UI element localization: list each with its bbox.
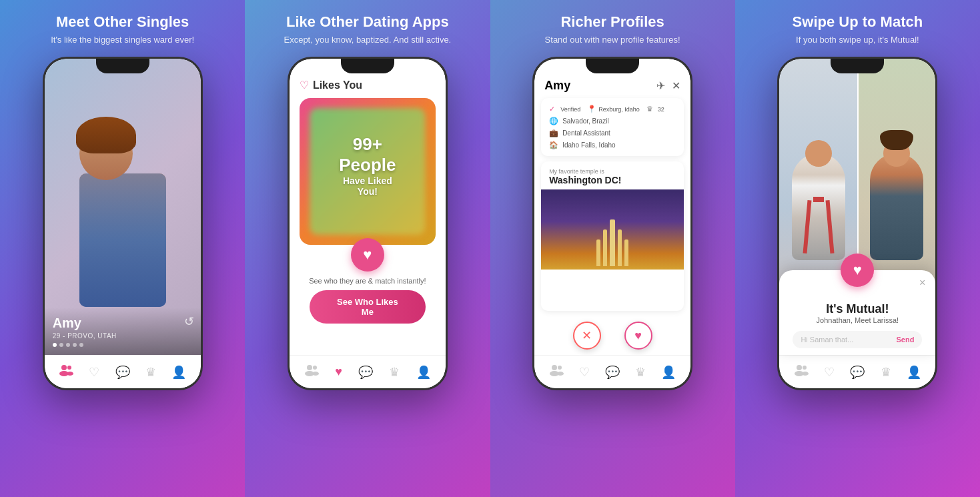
nav-chat-icon-4[interactable]: 💬 <box>850 365 865 380</box>
nav-people-icon[interactable] <box>59 364 73 380</box>
svg-point-4 <box>307 365 312 370</box>
nav-chat-icon[interactable]: 💬 <box>115 365 130 380</box>
match-photos: ♥ × It's Mutual! Johnathan, Meet Larissa… <box>779 59 935 355</box>
phone-4-screen: ♥ × It's Mutual! Johnathan, Meet Larissa… <box>779 59 935 388</box>
suspender-left <box>803 200 811 254</box>
likes-description: See who they are & match instantly! <box>309 277 426 285</box>
location-pin-icon: 📍 <box>587 105 596 113</box>
profile-info-card: ✓ Verified 📍 Rexburg, Idaho ♛ 32 <box>541 98 684 156</box>
profile-top-bar: Amy ✈ ✕ <box>534 59 690 98</box>
bottom-nav-4: ♡ 💬 ♛ 👤 <box>779 355 935 388</box>
occupation-row: 💼 Dental Assistant <box>549 129 676 137</box>
nav-crown-icon-3[interactable]: ♛ <box>635 365 646 380</box>
dot-5 <box>79 343 83 347</box>
crown-icon: ♛ <box>646 105 656 113</box>
phone-2-screen: ♡ Likes You 99+ People Have Liked You! ♥… <box>290 59 446 388</box>
profile-top-actions: ✈ ✕ <box>656 79 680 92</box>
panel-2-title: Like Other Dating Apps <box>286 13 449 31</box>
message-placeholder[interactable]: Hi Saman that... <box>801 336 891 344</box>
panel-4-subtitle: If you both swipe up, it's Mutual! <box>796 35 919 45</box>
likes-header: ♡ Likes You <box>290 59 446 98</box>
age-badge: ♛ 32 <box>646 105 664 113</box>
bow-tie <box>813 197 824 202</box>
message-input-row: Hi Saman that... Send <box>793 331 922 348</box>
svg-point-10 <box>558 366 562 370</box>
panel-meet-singles: Meet Other Singles It's like the biggest… <box>0 0 245 497</box>
bottom-nav-3: ♡ 💬 ♛ 👤 <box>534 355 690 388</box>
phone-2: ♡ Likes You 99+ People Have Liked You! ♥… <box>288 57 448 390</box>
verified-icon: ✓ <box>549 105 558 113</box>
nav-person-icon[interactable]: 👤 <box>171 365 186 380</box>
mutual-subtitle: Johnathan, Meet Larissa! <box>793 316 922 324</box>
svg-point-3 <box>67 372 73 376</box>
svg-point-6 <box>313 366 317 370</box>
nav-person-icon-2[interactable]: 👤 <box>416 365 431 380</box>
location2-row: 🌐 Salvador, Brazil <box>549 117 676 125</box>
see-who-likes-button[interactable]: See Who Likes Me <box>310 290 425 324</box>
temple-image <box>541 189 684 270</box>
send-icon[interactable]: ✈ <box>656 79 665 92</box>
likes-count: 99+ People <box>334 134 402 175</box>
mutual-close-button[interactable]: × <box>919 277 925 289</box>
profile-badges-row: ✓ Verified 📍 Rexburg, Idaho ♛ 32 <box>549 105 676 113</box>
briefcase-icon: 💼 <box>549 129 558 137</box>
nav-crown-icon-2[interactable]: ♛ <box>389 365 400 380</box>
nav-person-icon-4[interactable]: 👤 <box>907 365 921 380</box>
panel-likes: Like Other Dating Apps Except, you know,… <box>245 0 490 497</box>
profile-dots <box>53 343 193 347</box>
nav-heart-icon-3[interactable]: ♡ <box>579 365 590 380</box>
man-head <box>805 140 832 167</box>
mutual-heart-button[interactable]: ♥ <box>841 254 874 287</box>
nav-crown-icon-4[interactable]: ♛ <box>881 365 891 380</box>
close-icon[interactable]: ✕ <box>672 79 680 92</box>
mutual-popup: ♥ × It's Mutual! Johnathan, Meet Larissa… <box>779 270 935 355</box>
svg-point-11 <box>557 372 564 376</box>
svg-point-7 <box>312 372 319 376</box>
dot-4 <box>73 343 77 347</box>
profile-card: ↺ Amy 29 - PROVO, UTAH <box>45 59 201 355</box>
man-figure <box>792 153 845 260</box>
bottom-nav-2: ♥ 💬 ♛ 👤 <box>290 355 446 388</box>
action-buttons-row: ✕ ♥ <box>534 316 690 355</box>
nav-heart-icon-2[interactable]: ♥ <box>335 365 342 379</box>
location-badge: 📍 Rexburg, Idaho <box>587 105 640 113</box>
home-icon: 🏠 <box>549 141 558 149</box>
profile-overlay: ↺ Amy 29 - PROVO, UTAH <box>45 308 201 355</box>
send-button[interactable]: Send <box>896 336 914 344</box>
likes-heart-icon: ♡ <box>300 79 309 91</box>
nav-crown-icon[interactable]: ♛ <box>145 365 156 380</box>
globe-icon: 🌐 <box>549 117 558 125</box>
like-button[interactable]: ♥ <box>624 322 652 350</box>
bottom-nav-1: ♡ 💬 ♛ 👤 <box>45 355 201 388</box>
nav-people-icon-3[interactable] <box>549 364 564 380</box>
panel-3-title: Richer Profiles <box>560 13 664 31</box>
likes-count-overlay: 99+ People Have Liked You! <box>334 134 402 197</box>
heart-circle-button[interactable]: ♥ <box>351 238 384 272</box>
nav-people-icon-4[interactable] <box>794 364 809 380</box>
nav-person-icon-3[interactable]: 👤 <box>661 365 676 380</box>
profile-top-name: Amy <box>544 79 570 93</box>
profile-name: Amy <box>53 316 193 331</box>
undo-button[interactable]: ↺ <box>184 314 194 329</box>
nav-chat-icon-3[interactable]: 💬 <box>605 365 620 380</box>
nav-heart-icon[interactable]: ♡ <box>89 365 99 380</box>
phone-1: ↺ Amy 29 - PROVO, UTAH <box>43 57 203 390</box>
phone-1-screen: ↺ Amy 29 - PROVO, UTAH <box>45 59 201 388</box>
svg-point-15 <box>802 372 809 376</box>
dot-1 <box>53 343 57 347</box>
profile-age-location: 29 - PROVO, UTAH <box>53 332 193 340</box>
reject-button[interactable]: ✕ <box>573 322 601 350</box>
svg-point-8 <box>552 365 557 370</box>
nav-heart-icon-4[interactable]: ♡ <box>824 365 835 380</box>
likes-header-text: Likes You <box>313 79 362 91</box>
phone-4: ♥ × It's Mutual! Johnathan, Meet Larissa… <box>777 57 937 390</box>
svg-point-2 <box>67 366 71 370</box>
nav-chat-icon-2[interactable]: 💬 <box>358 365 373 380</box>
woman-hair <box>880 130 913 150</box>
match-screen: ♥ × It's Mutual! Johnathan, Meet Larissa… <box>779 59 935 388</box>
nav-people-icon-2[interactable] <box>304 364 319 380</box>
mutual-title: It's Mutual! <box>793 302 922 316</box>
panel-2-subtitle: Except, you know, baptized. And still ac… <box>284 35 451 45</box>
svg-point-12 <box>797 365 802 370</box>
likes-content: 99+ People Have Liked You! ♥ See who the… <box>290 98 446 355</box>
